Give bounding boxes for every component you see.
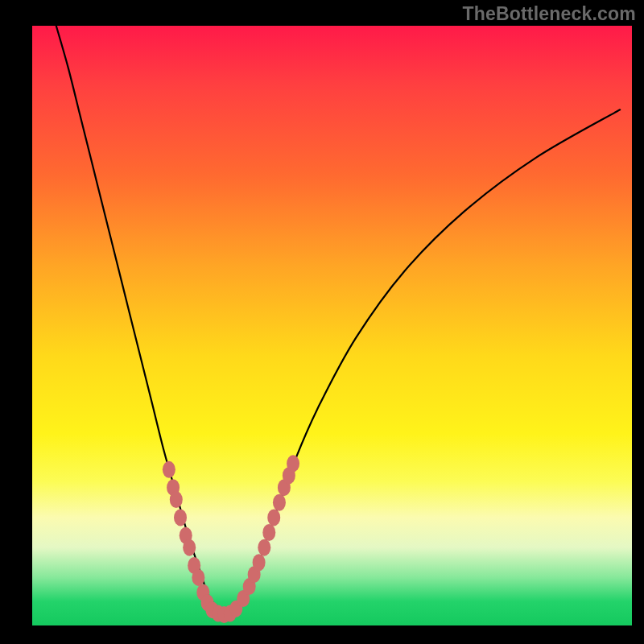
marker-dot: [163, 461, 175, 478]
marker-dot: [170, 491, 183, 508]
bottleneck-curve: [56, 26, 620, 614]
watermark-text: TheBottleneck.com: [462, 3, 636, 25]
marker-dot: [267, 509, 280, 526]
highlight-markers: [163, 455, 299, 623]
marker-dot: [174, 509, 187, 526]
chart-stage: TheBottleneck.com: [0, 0, 644, 644]
marker-dot: [273, 494, 286, 511]
marker-dot: [183, 539, 196, 556]
marker-dot: [192, 569, 204, 586]
marker-dot: [258, 539, 270, 556]
marker-dot: [253, 554, 266, 571]
chart-svg: [32, 26, 632, 625]
marker-dot: [287, 455, 299, 472]
marker-dot: [262, 524, 275, 541]
plot-area: [32, 26, 632, 625]
